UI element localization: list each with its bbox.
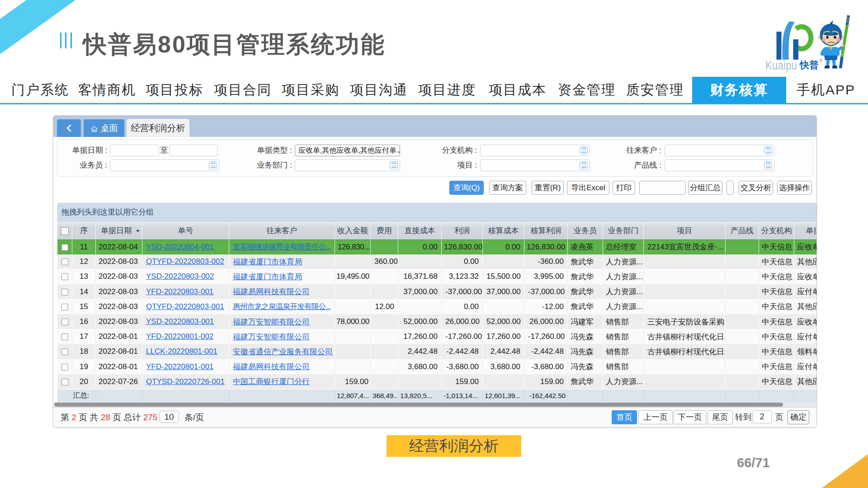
- svg-text:®: ®: [819, 58, 823, 63]
- svg-text:快普: 快普: [799, 60, 819, 70]
- svg-text:Kuaipu: Kuaipu: [765, 59, 797, 72]
